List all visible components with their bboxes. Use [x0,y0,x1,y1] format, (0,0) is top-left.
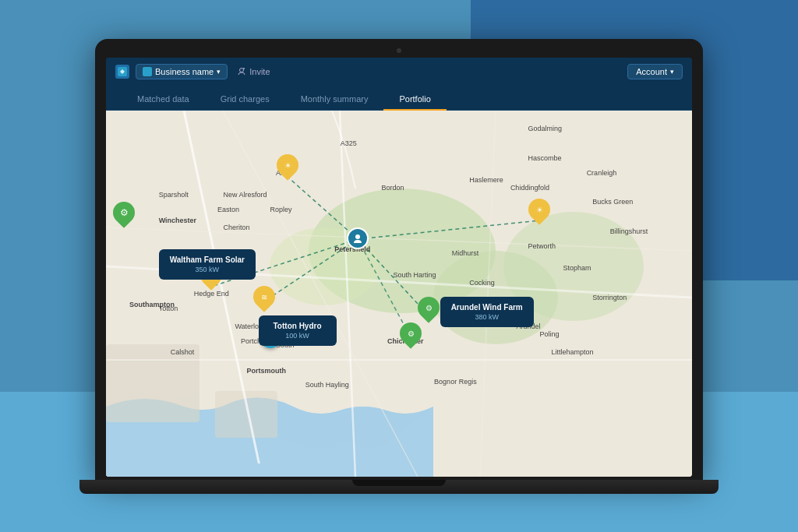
tab-monthly-summary[interactable]: Monthly summary [285,90,384,110]
svg-rect-9 [106,344,200,422]
svg-point-8 [503,212,644,321]
app-logo [115,65,129,79]
marker-solar-waltham[interactable]: ☀ [200,264,222,286]
marker-water-portsmouth[interactable]: 💧 [260,328,281,348]
invite-label: Invite [249,67,270,76]
invite-icon [237,67,246,76]
laptop-base [79,480,719,494]
account-button[interactable]: Account ▾ [627,64,683,79]
svg-point-24 [355,234,360,239]
invite-button[interactable]: Invite [237,67,270,76]
portfolio-map[interactable]: Winchester Alton Bordon Haslemere Godalm… [106,111,692,477]
tab-grid-charges[interactable]: Grid charges [205,90,285,110]
marker-wind-chichester[interactable]: ⚙ [400,322,422,344]
map-background [106,111,692,477]
business-icon [143,67,152,76]
marker-wind-arundel[interactable]: ⚙ [418,297,440,319]
account-label: Account [636,67,667,76]
user-location-marker[interactable] [347,227,369,249]
account-dropdown-icon: ▾ [670,68,674,76]
top-nav: Business name ▾ Invite Account ▾ [106,58,692,86]
business-dropdown-icon: ▾ [217,68,221,76]
marker-wind-west[interactable]: ⚙ [113,202,135,224]
camera-dot [397,48,401,53]
svg-point-1 [240,68,244,72]
laptop-notch [352,480,446,486]
marker-solar-alton[interactable]: ☀ [277,154,298,176]
marker-solar-haslemere[interactable]: ☀ [528,199,550,220]
tab-portfolio[interactable]: Portfolio [383,90,446,110]
laptop-screen: Business name ▾ Invite Account ▾ Matched… [95,39,703,480]
marker-hydro-totton[interactable]: ≋ [253,286,275,308]
tab-matched-data[interactable]: Matched data [122,90,205,110]
business-name-label: Business name [155,67,214,76]
business-name-button[interactable]: Business name ▾ [136,64,228,79]
tab-bar: Matched data Grid charges Monthly summar… [106,86,692,111]
